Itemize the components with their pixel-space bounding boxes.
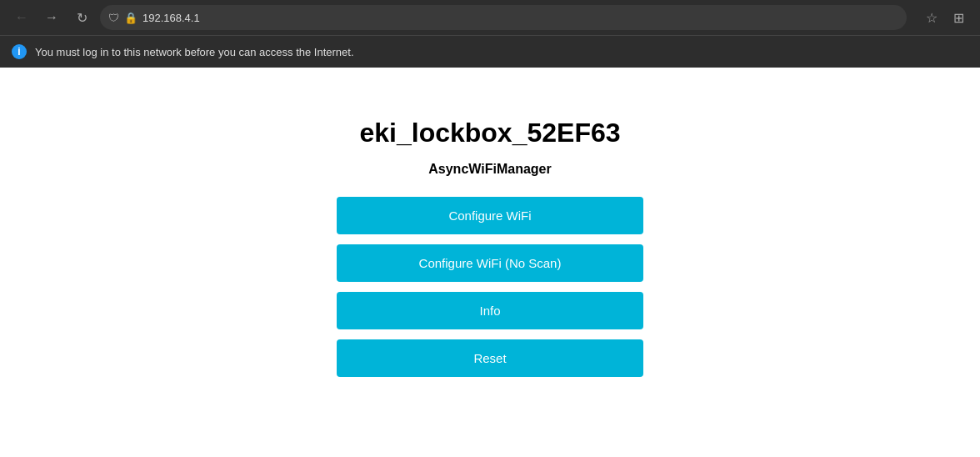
banner-text: You must log in to this network before y… [35, 46, 354, 58]
configure-wifi-no-scan-button[interactable]: Configure WiFi (No Scan) [337, 244, 643, 282]
page-subtitle: AsyncWiFiManager [428, 162, 551, 177]
forward-icon: → [45, 10, 58, 25]
forward-button[interactable]: → [40, 6, 63, 29]
browser-actions: ☆ ⊞ [920, 6, 970, 29]
banner-info-icon: i [12, 44, 27, 59]
reload-button[interactable]: ↻ [70, 6, 93, 29]
address-bar[interactable]: 🛡 🔒 192.168.4.1 [100, 5, 907, 30]
info-banner: i You must log in to this network before… [0, 35, 980, 68]
page-content: eki_lockbox_52EF63 AsyncWiFiManager Conf… [0, 68, 980, 453]
browser-chrome: ← → ↻ 🛡 🔒 192.168.4.1 ☆ ⊞ [0, 0, 980, 35]
star-button[interactable]: ☆ [920, 6, 943, 29]
shield-icon: 🛡 [108, 12, 119, 24]
back-icon: ← [15, 10, 28, 25]
configure-wifi-button[interactable]: Configure WiFi [337, 197, 643, 234]
reset-button[interactable]: Reset [337, 339, 643, 377]
pocket-icon: ⊞ [953, 10, 964, 26]
info-button[interactable]: Info [337, 292, 643, 329]
button-group: Configure WiFi Configure WiFi (No Scan) … [337, 197, 643, 377]
device-title: eki_lockbox_52EF63 [359, 118, 620, 148]
lock-icon: 🔒 [124, 12, 138, 24]
pocket-button[interactable]: ⊞ [947, 6, 970, 29]
star-icon: ☆ [926, 10, 938, 26]
back-button[interactable]: ← [10, 6, 33, 29]
reload-icon: ↻ [77, 10, 88, 26]
address-text: 192.168.4.1 [142, 12, 898, 24]
